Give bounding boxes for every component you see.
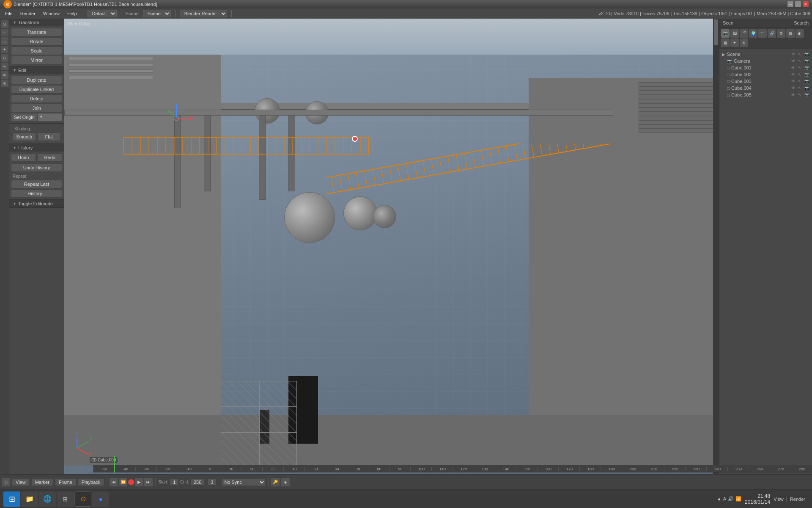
cursor-icon[interactable]: ↖	[797, 51, 803, 57]
scrollbar-thumb[interactable]	[714, 19, 718, 45]
windows-start[interactable]: ⊞	[3, 491, 20, 507]
blender-taskbar-btn[interactable]: ⊙	[74, 491, 91, 507]
join-button[interactable]: Join	[11, 104, 62, 112]
rotate-button[interactable]: Rotate	[11, 37, 62, 46]
toolbar-icon-6[interactable]: ⊕	[1, 71, 8, 79]
duplicate-linked-button[interactable]: Duplicate Linked	[11, 85, 62, 94]
tree-cube004[interactable]: □ Cube.004 👁 ↖ 📷	[721, 85, 810, 91]
play-begin-btn[interactable]: ⏮	[110, 478, 118, 486]
current-frame-field[interactable]: 3	[208, 479, 216, 486]
toolbar-icon-1[interactable]: ↔	[1, 29, 8, 36]
redo-button[interactable]: Redo	[38, 153, 63, 162]
menu-render[interactable]: Render	[17, 10, 39, 17]
rp-world-icon[interactable]: 🌍	[749, 29, 757, 38]
cam-eye-icon[interactable]: 👁	[790, 58, 796, 64]
c3-cursor-icon[interactable]: ↖	[797, 78, 803, 84]
toolbar-icon-3[interactable]: ✦	[1, 46, 8, 53]
c1-cursor-icon[interactable]: ↖	[797, 65, 803, 71]
rp-constraint-icon[interactable]: 🔗	[768, 29, 776, 38]
chrome-btn[interactable]: ●	[92, 491, 109, 507]
record-btn[interactable]	[128, 479, 134, 485]
rp-texture-icon[interactable]: ▦	[721, 39, 730, 47]
play-fwd-btn[interactable]: ▶	[135, 478, 143, 486]
sync-select[interactable]: No Sync Frame Dropping AV-sync	[222, 478, 266, 486]
undo-history-button[interactable]: Undo History	[11, 163, 62, 172]
end-field[interactable]: 250	[191, 479, 204, 486]
timeline-view-btn[interactable]: View	[12, 478, 30, 486]
c5-cursor-icon[interactable]: ↖	[797, 92, 803, 98]
rp-camera-icon[interactable]: 📷	[721, 29, 730, 38]
menu-file[interactable]: File	[2, 10, 16, 17]
minimize-button[interactable]: ─	[787, 1, 793, 7]
c4-eye-icon[interactable]: 👁	[790, 85, 796, 91]
c3-render-icon[interactable]: 📷	[804, 78, 809, 84]
menu-help[interactable]: Help	[64, 10, 80, 17]
repeat-last-button[interactable]: Repeat Last	[11, 180, 62, 188]
undo-button[interactable]: Undo	[11, 153, 36, 162]
close-button[interactable]: ✕	[803, 1, 809, 7]
c4-cursor-icon[interactable]: ↖	[797, 85, 803, 91]
toolbar-icon-7[interactable]: ⊘	[1, 80, 8, 87]
render-btn-label[interactable]: Render	[790, 497, 805, 502]
tree-scene[interactable]: ▶ Scene 👁 ↖ 📷	[721, 51, 810, 58]
c3-eye-icon[interactable]: 👁	[790, 78, 796, 84]
mirror-button[interactable]: Mirror	[11, 56, 62, 64]
transform-header[interactable]: ▼ Transform	[9, 19, 64, 26]
rp-particle-icon[interactable]: ✦	[730, 39, 739, 47]
clock-display[interactable]: 21:48 2016/01/14	[745, 493, 770, 505]
flat-button[interactable]: Flat	[38, 133, 61, 141]
timeline-playback-btn[interactable]: Playback	[78, 478, 104, 486]
apps-btn[interactable]: ⊞	[57, 491, 74, 507]
rp-obj-icon[interactable]: ⬚	[758, 29, 767, 38]
timeline-playhead[interactable]	[114, 456, 115, 472]
tree-camera[interactable]: 📷 Camera 👁 ↖ 📷	[721, 58, 810, 64]
toolbar-icon-4[interactable]: ⊡	[1, 54, 8, 62]
rp-mod-icon[interactable]: ⚙	[777, 29, 785, 38]
engine-selector[interactable]: Blender Render	[180, 10, 227, 17]
c4-render-icon[interactable]: 📷	[804, 85, 809, 91]
c1-render-icon[interactable]: 📷	[804, 65, 809, 71]
tree-cube005[interactable]: □ Cube.005 👁 ↖ 📷	[721, 91, 810, 98]
scene-selector[interactable]: Scene	[143, 10, 171, 17]
tree-cube003[interactable]: □ Cube.003 👁 ↖ 📷	[721, 78, 810, 85]
tree-cube001[interactable]: □ Cube.001 👁 ↖ 📷	[721, 64, 810, 71]
maximize-button[interactable]: □	[795, 1, 801, 7]
scale-button[interactable]: Scale	[11, 47, 62, 55]
viewport[interactable]: User Ortho (3) Cube.009 Z X Y ⊙ View Sel…	[64, 19, 719, 489]
c2-eye-icon[interactable]: 👁	[790, 72, 796, 77]
search-text[interactable]: Search	[794, 20, 809, 25]
c2-cursor-icon[interactable]: ↖	[797, 72, 803, 77]
translate-button[interactable]: Translate	[11, 28, 62, 36]
viewport-scrollbar[interactable]	[713, 19, 719, 489]
layout-selector[interactable]: Default	[88, 10, 117, 17]
play-end-btn[interactable]: ⏭	[144, 478, 153, 486]
render-icon[interactable]: 📷	[804, 51, 809, 57]
edit-header[interactable]: ▼ Edit	[9, 66, 64, 74]
object-mode-icon[interactable]: ◎	[1, 20, 8, 28]
rp-physics-icon[interactable]: ⊕	[740, 39, 748, 47]
smooth-button[interactable]: Smooth	[13, 133, 36, 141]
toolbar-icon-5[interactable]: ∿	[1, 63, 8, 70]
start-field[interactable]: 1	[170, 479, 178, 486]
eye-icon[interactable]: 👁	[790, 51, 796, 57]
menu-window[interactable]: Window	[40, 10, 63, 17]
toggle-editmode-header[interactable]: ▼ Toggle Editmode	[9, 200, 64, 207]
duplicate-button[interactable]: Duplicate	[11, 76, 62, 84]
file-explorer-btn[interactable]: 📁	[21, 491, 38, 507]
rp-scene-icon[interactable]: 🎬	[740, 29, 748, 38]
delete-button[interactable]: Delete	[11, 94, 62, 103]
history-dots-button[interactable]: History...	[11, 189, 62, 198]
tree-cube002[interactable]: □ Cube.002 👁 ↖ 📷	[721, 71, 810, 78]
keying-icon[interactable]: 🔑	[271, 478, 280, 486]
c5-eye-icon[interactable]: 👁	[790, 92, 796, 98]
c2-render-icon[interactable]: 📷	[804, 72, 809, 77]
rp-material-icon[interactable]: ◐	[796, 29, 804, 38]
timeline-frame-btn[interactable]: Frame	[55, 478, 76, 486]
history-header[interactable]: ▼ History	[9, 144, 64, 152]
view-btn-label[interactable]: View	[774, 497, 784, 502]
play-back-btn[interactable]: ⏪	[119, 478, 127, 486]
toolbar-icon-2[interactable]: ⬚	[1, 37, 8, 45]
onion-icon[interactable]: ◈	[281, 478, 290, 486]
c5-render-icon[interactable]: 📷	[804, 92, 809, 98]
cam-render-icon[interactable]: 📷	[804, 58, 809, 64]
